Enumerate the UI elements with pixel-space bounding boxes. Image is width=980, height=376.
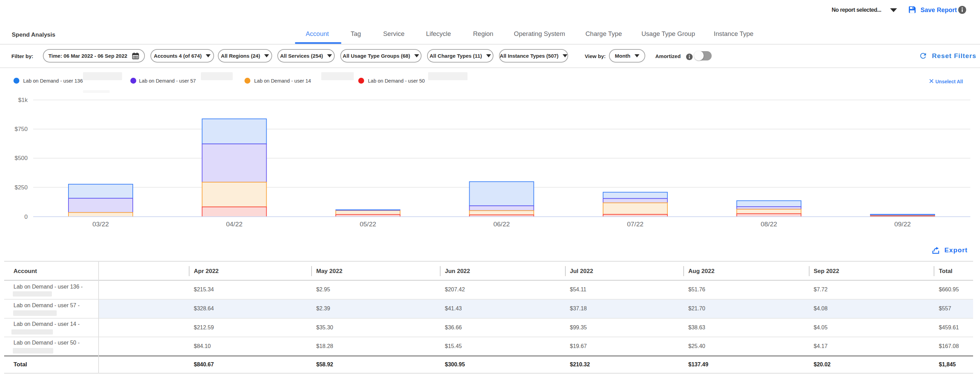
svg-text:$1k: $1k: [18, 97, 28, 103]
svg-text:$250: $250: [14, 184, 28, 191]
svg-text:$500: $500: [14, 155, 28, 162]
svg-text:$750: $750: [14, 126, 28, 132]
svg-text:03/22: 03/22: [92, 221, 109, 228]
svg-text:0: 0: [25, 214, 28, 220]
svg-text:09/22: 09/22: [894, 221, 911, 228]
svg-text:08/22: 08/22: [761, 221, 777, 228]
svg-text:05/22: 05/22: [360, 221, 376, 228]
svg-text:07/22: 07/22: [627, 221, 644, 228]
svg-text:04/22: 04/22: [226, 221, 243, 228]
svg-text:06/22: 06/22: [493, 221, 510, 228]
